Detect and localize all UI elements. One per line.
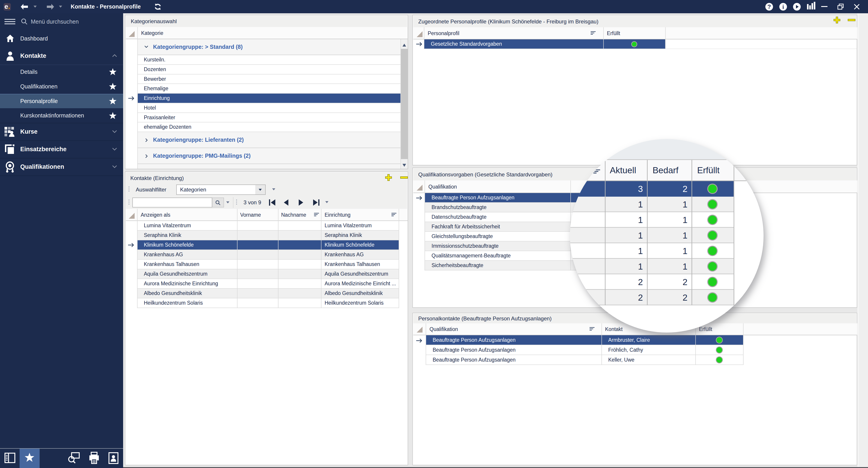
svg-text:?: ? (767, 3, 771, 10)
svg-text:i: i (782, 4, 784, 10)
